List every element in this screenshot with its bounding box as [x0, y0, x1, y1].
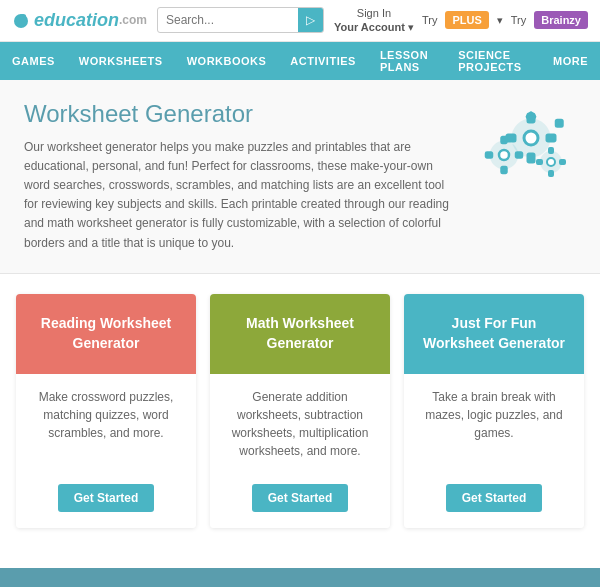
fun-get-started-button[interactable]: Get Started: [446, 484, 543, 512]
svg-rect-22: [560, 160, 565, 164]
nav-item-activities[interactable]: ACTIVITIES: [278, 42, 368, 80]
fun-card-footer: Get Started: [404, 474, 584, 528]
nav-item-workbooks[interactable]: WORKBOOKS: [175, 42, 279, 80]
spacer: [0, 548, 600, 568]
svg-rect-14: [502, 167, 507, 173]
top-right-actions: Sign In Your Account ▾ Try PLUS ▾ Try Br…: [334, 6, 588, 35]
reading-get-started-button[interactable]: Get Started: [58, 484, 155, 512]
svg-rect-19: [549, 148, 553, 153]
svg-rect-13: [502, 137, 507, 143]
gears-illustration: [476, 100, 576, 190]
reading-card-footer: Get Started: [16, 474, 196, 528]
top-bar: education.com ▷ Sign In Your Account ▾ T…: [0, 0, 600, 42]
try-plus-button[interactable]: PLUS: [445, 11, 488, 29]
logo[interactable]: education.com: [12, 10, 147, 31]
fun-card-header: Just For Fun Worksheet Generator: [404, 294, 584, 374]
site-footer: About Us | Support | PRIVACY POLICY | Te…: [0, 568, 600, 587]
nav-item-worksheets[interactable]: WORKSHEETS: [67, 42, 175, 80]
cards-section: Reading Worksheet Generator Make crosswo…: [0, 274, 600, 548]
fun-card: Just For Fun Worksheet Generator Take a …: [404, 294, 584, 528]
svg-rect-9: [527, 112, 535, 120]
reading-card: Reading Worksheet Generator Make crosswo…: [16, 294, 196, 528]
svg-rect-16: [516, 152, 522, 157]
svg-point-12: [499, 150, 509, 160]
try-label2: Try: [511, 14, 526, 26]
svg-point-18: [547, 158, 555, 166]
try-brainzy-button[interactable]: Brainzy: [534, 11, 588, 29]
hero-text: Worksheet Generator Our worksheet genera…: [24, 100, 454, 253]
svg-rect-6: [528, 154, 534, 162]
search-button[interactable]: ▷: [298, 8, 323, 32]
math-card: Math Worksheet Generator Generate additi…: [210, 294, 390, 528]
svg-point-4: [524, 131, 538, 145]
sign-in-link[interactable]: Sign In Your Account ▾: [334, 6, 414, 35]
try-label: Try: [422, 14, 437, 26]
nav-item-more[interactable]: MORE: [541, 42, 600, 80]
hero-section: Worksheet Generator Our worksheet genera…: [0, 80, 600, 274]
logo-dotcom: .com: [119, 13, 147, 27]
svg-rect-21: [537, 160, 542, 164]
nav-item-science-projects[interactable]: SCIENCE PROJECTS: [446, 42, 541, 80]
svg-rect-7: [507, 135, 515, 141]
main-nav: GAMES WORKSHEETS WORKBOOKS ACTIVITIES LE…: [0, 42, 600, 80]
svg-rect-2: [22, 16, 24, 20]
nav-item-lesson-plans[interactable]: LESSON PLANS: [368, 42, 446, 80]
math-card-body: Generate addition worksheets, subtractio…: [210, 374, 390, 474]
svg-rect-10: [556, 120, 562, 126]
search-bar[interactable]: ▷: [157, 7, 324, 33]
reading-card-header: Reading Worksheet Generator: [16, 294, 196, 374]
fun-card-body: Take a brain break with mazes, logic puz…: [404, 374, 584, 474]
reading-card-body: Make crossword puzzles, matching quizzes…: [16, 374, 196, 474]
svg-rect-8: [547, 135, 555, 141]
svg-rect-15: [486, 152, 492, 157]
nav-item-games[interactable]: GAMES: [0, 42, 67, 80]
math-card-header: Math Worksheet Generator: [210, 294, 390, 374]
math-get-started-button[interactable]: Get Started: [252, 484, 349, 512]
hero-description: Our worksheet generator helps you make p…: [24, 138, 454, 253]
svg-rect-20: [549, 171, 553, 176]
logo-text: education: [34, 10, 119, 31]
math-card-footer: Get Started: [210, 474, 390, 528]
search-input[interactable]: [158, 13, 298, 27]
hero-title: Worksheet Generator: [24, 100, 454, 128]
